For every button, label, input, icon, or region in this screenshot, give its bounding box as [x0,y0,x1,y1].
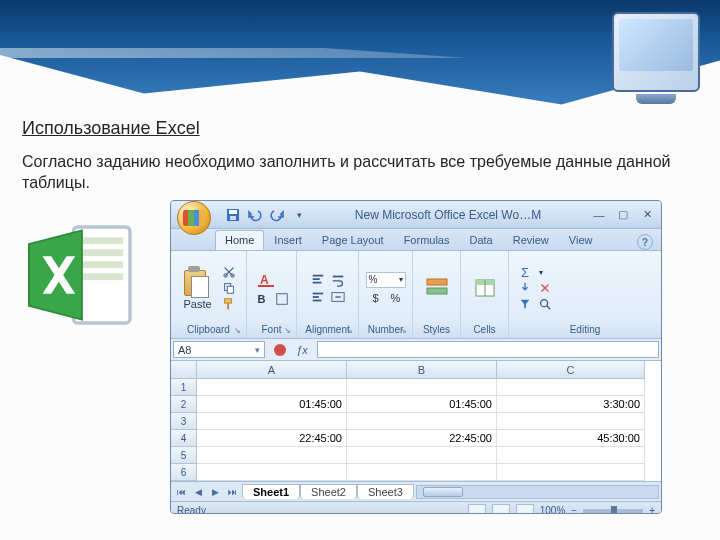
clear-button[interactable] [536,281,554,295]
row-header[interactable]: 4 [171,430,197,447]
styles-button[interactable] [421,274,453,302]
svg-rect-20 [332,275,343,277]
cell[interactable]: 01:45:00 [197,396,347,413]
col-header-a[interactable]: A [197,361,347,379]
cell[interactable]: 45:30:00 [497,430,645,447]
grid-row: 201:45:0001:45:003:30:00 [171,396,661,413]
close-button[interactable]: ✕ [637,208,657,222]
qat-customize-button[interactable]: ▾ [291,207,307,223]
cell[interactable] [197,413,347,430]
group-cells: Cells [461,251,509,338]
cell[interactable]: 22:45:00 [347,430,497,447]
tab-insert[interactable]: Insert [264,230,312,250]
cell[interactable] [197,447,347,464]
merge-button[interactable] [329,290,347,304]
cell[interactable]: 01:45:00 [347,396,497,413]
worksheet-grid: A B C 1201:45:0001:45:003:30:003422:45:0… [171,361,661,481]
tab-review[interactable]: Review [503,230,559,250]
clipboard-launcher[interactable]: ↘ [234,326,244,336]
restore-button[interactable]: ▢ [613,208,633,222]
col-header-c[interactable]: C [497,361,645,379]
row-header[interactable]: 6 [171,464,197,481]
row-header[interactable]: 2 [171,396,197,413]
sheet-nav-last[interactable]: ⏭ [224,484,240,500]
undo-button[interactable] [247,207,263,223]
cell[interactable] [347,413,497,430]
cells-button[interactable] [469,274,501,302]
format-painter-button[interactable] [220,297,238,311]
number-format-dropdown[interactable]: %▾ [366,272,406,288]
zoom-slider-thumb[interactable] [611,506,617,515]
row-header[interactable]: 3 [171,413,197,430]
copy-button[interactable] [220,281,238,295]
fill-button[interactable] [516,281,534,295]
font-box[interactable]: A [256,271,288,289]
row-header[interactable]: 1 [171,379,197,396]
svg-rect-23 [312,299,321,301]
cell[interactable] [197,464,347,481]
alignment-launcher[interactable]: ↘ [346,326,356,336]
cell[interactable] [347,447,497,464]
tab-page-layout[interactable]: Page Layout [312,230,394,250]
currency-button[interactable]: $ [367,291,385,305]
zoom-slider[interactable] [583,509,643,513]
find-button[interactable] [536,297,554,311]
horizontal-scrollbar[interactable] [416,485,659,499]
row-header[interactable]: 5 [171,447,197,464]
minimize-button[interactable]: — [589,208,609,222]
view-normal-button[interactable] [468,504,486,515]
sort-filter-button[interactable] [516,297,534,311]
svg-rect-22 [312,296,318,298]
paste-icon [183,266,211,296]
sheet-tab-3[interactable]: Sheet3 [357,484,414,499]
tab-data[interactable]: Data [459,230,502,250]
tab-home[interactable]: Home [215,230,264,250]
cell[interactable] [347,379,497,396]
name-box[interactable]: A8 ▾ [173,341,265,358]
svg-rect-17 [312,274,323,276]
view-pagebreak-button[interactable] [516,504,534,515]
sheet-tab-2[interactable]: Sheet2 [300,484,357,499]
slide-title: Использование Excel [22,118,200,139]
cell[interactable] [497,447,645,464]
cell[interactable]: 3:30:00 [497,396,645,413]
zoom-in-button[interactable]: + [649,505,655,514]
bold-button[interactable]: B [253,292,271,306]
cell[interactable] [197,379,347,396]
view-layout-button[interactable] [492,504,510,515]
cell[interactable]: 22:45:00 [197,430,347,447]
zoom-out-button[interactable]: − [571,505,577,514]
cell[interactable] [497,464,645,481]
wrap-text-button[interactable] [329,273,347,287]
tab-view[interactable]: View [559,230,603,250]
col-header-b[interactable]: B [347,361,497,379]
help-button[interactable]: ? [637,234,653,250]
formula-bar[interactable] [317,341,659,358]
redo-button[interactable] [269,207,285,223]
cell[interactable] [497,379,645,396]
sheet-nav-first[interactable]: ⏮ [173,484,189,500]
cut-button[interactable] [220,265,238,279]
cell[interactable] [497,413,645,430]
horizontal-scrollbar-thumb[interactable] [423,487,463,497]
align-top-button[interactable] [309,273,327,287]
office-button[interactable] [177,201,211,235]
number-launcher[interactable]: ↘ [400,326,410,336]
autosum-dropdown[interactable]: ▾ [536,265,546,279]
paste-button[interactable]: Paste [179,264,215,312]
align-left-button[interactable] [309,290,327,304]
percent-button[interactable]: % [387,291,405,305]
border-button[interactable] [273,292,291,306]
autosum-button[interactable]: Σ [516,265,534,279]
select-all-corner[interactable] [171,361,197,379]
tab-formulas[interactable]: Formulas [394,230,460,250]
name-box-dropdown-icon: ▾ [255,345,260,355]
font-launcher[interactable]: ↘ [284,326,294,336]
sheet-nav-next[interactable]: ▶ [207,484,223,500]
sheet-nav-prev[interactable]: ◀ [190,484,206,500]
save-button[interactable] [225,207,241,223]
insert-function-button[interactable]: ƒx [293,342,311,358]
cell[interactable] [347,464,497,481]
sheet-tab-1[interactable]: Sheet1 [242,484,300,499]
cancel-formula-button[interactable] [271,342,289,358]
